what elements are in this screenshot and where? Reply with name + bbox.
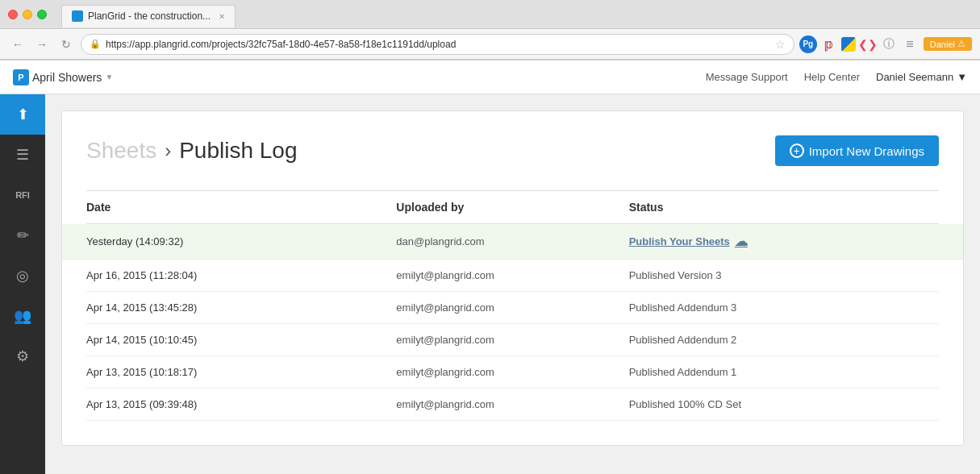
cell-status: Published Addendum 3 bbox=[629, 301, 939, 314]
page-title: Publish Log bbox=[179, 138, 297, 164]
cell-status: Published Version 3 bbox=[629, 269, 939, 281]
table-header: Date Uploaded by Status bbox=[86, 191, 939, 224]
cell-status[interactable]: Publish Your Sheets ☁ bbox=[629, 234, 939, 249]
traffic-lights bbox=[8, 10, 47, 19]
col-header-date: Date bbox=[86, 201, 396, 214]
info-icon[interactable]: ⓘ bbox=[880, 35, 898, 53]
bookmark-icon[interactable]: ☆ bbox=[775, 38, 786, 51]
cell-uploader: dan@plangrid.com bbox=[396, 235, 628, 247]
table-row: Yesterday (14:09:32)dan@plangrid.comPubl… bbox=[62, 224, 963, 260]
settings-icon: ⚙ bbox=[16, 347, 29, 365]
user-badge[interactable]: Daniel ⚠ bbox=[924, 37, 972, 51]
back-button[interactable]: ← bbox=[8, 35, 27, 54]
import-new-drawings-button[interactable]: + Import New Drawings bbox=[775, 135, 939, 166]
table-row: Apr 13, 2015 (09:39:48)emilyt@plangrid.c… bbox=[86, 389, 939, 421]
app-wrapper: ⬆ ☰ RFI ✏ ◎ 👥 ⚙ Sheets › Publi bbox=[0, 94, 980, 474]
tab-favicon bbox=[72, 10, 83, 22]
cell-status: Published Addendum 1 bbox=[629, 366, 939, 378]
message-support-link[interactable]: Message Support bbox=[706, 71, 788, 83]
refresh-button[interactable]: ↻ bbox=[56, 35, 76, 54]
cell-uploader: emilyt@plangrid.com bbox=[396, 398, 628, 410]
cell-date: Apr 13, 2015 (09:39:48) bbox=[86, 398, 396, 410]
page-header: Sheets › Publish Log + Import New Drawin… bbox=[86, 135, 939, 166]
markup-icon: ✏ bbox=[17, 227, 29, 244]
sidebar-item-photo[interactable]: ◎ bbox=[0, 256, 45, 296]
cell-uploader: emilyt@plangrid.com bbox=[396, 366, 628, 378]
plangrid-logo: P bbox=[13, 69, 29, 85]
cell-date: Apr 14, 2015 (13:45:28) bbox=[86, 301, 396, 314]
plangrid-ext-icon[interactable]: Pg bbox=[799, 35, 817, 53]
user-menu-arrow: ▼ bbox=[957, 71, 967, 83]
close-button[interactable] bbox=[8, 10, 18, 19]
maximize-button[interactable] bbox=[37, 10, 47, 19]
breadcrumb: Sheets bbox=[86, 138, 156, 164]
project-selector[interactable]: P April Showers ▼ bbox=[13, 69, 113, 85]
sidebar-item-upload[interactable]: ⬆ bbox=[0, 94, 45, 135]
checker-icon[interactable] bbox=[841, 37, 856, 52]
table-row: Apr 14, 2015 (10:10:45)emilyt@plangrid.c… bbox=[86, 324, 939, 356]
publish-log-table: Date Uploaded by Status Yesterday (14:09… bbox=[86, 190, 939, 421]
cell-uploader: emilyt@plangrid.com bbox=[396, 301, 628, 314]
tab-close-button[interactable]: ✕ bbox=[219, 12, 225, 21]
cell-date: Apr 13, 2015 (10:18:17) bbox=[86, 366, 396, 378]
pinterest-icon[interactable]: 𝕡 bbox=[820, 35, 838, 53]
cloud-upload-icon: ☁ bbox=[735, 234, 748, 249]
table-row: Apr 16, 2015 (11:28:04)emilyt@plangrid.c… bbox=[86, 260, 939, 292]
photo-icon: ◎ bbox=[16, 267, 29, 285]
user-menu[interactable]: Daniel Seemann ▼ bbox=[876, 71, 967, 83]
browser-extensions: Pg 𝕡 ❮❯ ⓘ ≡ bbox=[799, 35, 919, 53]
project-name: April Showers bbox=[32, 71, 102, 84]
sidebar: ⬆ ☰ RFI ✏ ◎ 👥 ⚙ bbox=[0, 94, 45, 474]
page-title-area: Sheets › Publish Log bbox=[86, 138, 298, 164]
address-text: https://app.plangrid.com/projects/32fc75… bbox=[106, 39, 770, 50]
tab-title: PlanGrid - the construction... bbox=[88, 10, 211, 22]
breadcrumb-separator: › bbox=[165, 139, 171, 162]
project-dropdown-arrow: ▼ bbox=[105, 73, 113, 81]
cell-date: Apr 14, 2015 (10:10:45) bbox=[86, 334, 396, 346]
sidebar-item-rfi[interactable]: RFI bbox=[0, 175, 45, 215]
cell-uploader: emilyt@plangrid.com bbox=[396, 334, 628, 346]
minimize-button[interactable] bbox=[23, 10, 32, 19]
sheets-icon: ☰ bbox=[16, 146, 29, 164]
sidebar-item-team[interactable]: 👥 bbox=[0, 296, 45, 336]
cell-uploader: emilyt@plangrid.com bbox=[396, 269, 628, 281]
col-header-status: Status bbox=[629, 201, 939, 214]
import-button-label: Import New Drawings bbox=[809, 144, 924, 158]
address-bar[interactable]: 🔒 https://app.plangrid.com/projects/32fc… bbox=[81, 34, 794, 55]
sidebar-item-markup[interactable]: ✏ bbox=[0, 215, 45, 256]
upload-icon: ⬆ bbox=[17, 106, 29, 123]
table-row: Apr 13, 2015 (10:18:17)emilyt@plangrid.c… bbox=[86, 356, 939, 389]
forward-button[interactable]: → bbox=[32, 35, 52, 54]
menu-icon[interactable]: ≡ bbox=[901, 35, 919, 53]
cell-date: Yesterday (14:09:32) bbox=[86, 235, 396, 247]
pocket-icon[interactable]: ❮❯ bbox=[859, 35, 877, 53]
rfi-label: RFI bbox=[15, 190, 30, 200]
plus-icon: + bbox=[790, 143, 804, 158]
cell-status: Published Addendum 2 bbox=[629, 334, 939, 346]
content-card: Sheets › Publish Log + Import New Drawin… bbox=[61, 110, 964, 446]
sidebar-item-settings[interactable]: ⚙ bbox=[0, 336, 45, 376]
user-badge-alert: ⚠ bbox=[957, 39, 965, 49]
browser-tab[interactable]: PlanGrid - the construction... ✕ bbox=[61, 5, 236, 27]
main-content: Sheets › Publish Log + Import New Drawin… bbox=[45, 94, 980, 474]
cell-date: Apr 16, 2015 (11:28:04) bbox=[86, 269, 396, 281]
sidebar-item-sheets[interactable]: ☰ bbox=[0, 135, 45, 175]
col-header-uploader: Uploaded by bbox=[396, 201, 628, 214]
user-menu-name: Daniel Seemann bbox=[876, 71, 953, 83]
cell-status: Published 100% CD Set bbox=[629, 398, 939, 410]
app-topnav: P April Showers ▼ Message Support Help C… bbox=[0, 60, 980, 94]
user-badge-name: Daniel bbox=[930, 40, 955, 49]
table-body: Yesterday (14:09:32)dan@plangrid.comPubl… bbox=[86, 224, 939, 421]
table-row: Apr 14, 2015 (13:45:28)emilyt@plangrid.c… bbox=[86, 292, 939, 324]
help-center-link[interactable]: Help Center bbox=[804, 71, 860, 83]
team-icon: 👥 bbox=[14, 307, 31, 325]
lock-icon: 🔒 bbox=[90, 39, 101, 49]
top-nav-links: Message Support Help Center Daniel Seema… bbox=[706, 71, 967, 83]
